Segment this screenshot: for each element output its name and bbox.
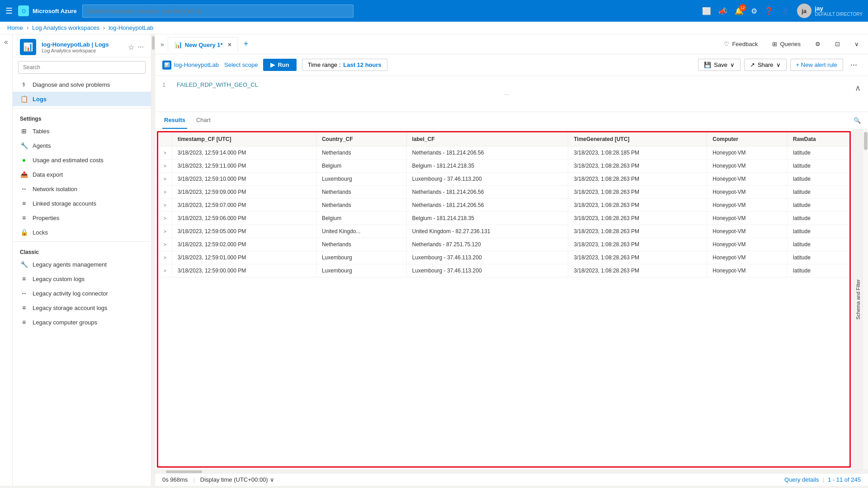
feedback-btn[interactable]: ♡ Feedback: [720, 39, 761, 49]
tab-close-btn[interactable]: ✕: [227, 42, 231, 48]
layout-btn[interactable]: ⊡: [831, 39, 844, 49]
settings-queries-btn[interactable]: ⚙: [811, 39, 824, 49]
sidebar-nav-item-legacy-activity[interactable]: ↔ Legacy activity log connector: [13, 286, 151, 300]
ellipsis-icon[interactable]: ···: [138, 43, 144, 51]
expand-icon[interactable]: >: [164, 177, 166, 182]
sidebar-nav-item-network[interactable]: ↔ Network isolation: [13, 182, 151, 196]
row-expand-cell[interactable]: >: [158, 251, 172, 264]
table-row[interactable]: > 3/18/2023, 12:59:05.000 PM United King…: [158, 225, 849, 238]
sidebar-nav-item-usage[interactable]: ● Usage and estimated costs: [13, 153, 151, 167]
sidebar-nav-item-storage[interactable]: ≡ Linked storage accounts: [13, 196, 151, 211]
row-expand-cell[interactable]: >: [158, 264, 172, 277]
table-row[interactable]: > 3/18/2023, 12:59:07.000 PM Netherlands…: [158, 199, 849, 212]
sidebar-nav-item-logs[interactable]: 📋 Logs: [13, 92, 151, 106]
expand-arrows-icon[interactable]: »: [160, 41, 164, 48]
table-row[interactable]: > 3/18/2023, 12:59:11.000 PM Belgium Bel…: [158, 160, 849, 173]
expand-icon[interactable]: >: [164, 164, 166, 169]
expand-icon[interactable]: >: [164, 255, 166, 260]
cloud-shell-icon[interactable]: ⬜: [702, 7, 711, 15]
table-row[interactable]: > 3/18/2023, 12:59:00.000 PM Luxembourg …: [158, 264, 849, 277]
more-options-btn[interactable]: ···: [847, 58, 861, 72]
expand-icon[interactable]: >: [164, 268, 166, 273]
time-range-btn[interactable]: Time range : Last 12 hours: [302, 59, 387, 71]
run-button[interactable]: ▶ Run: [263, 59, 296, 71]
notifications-icon[interactable]: 🔔 12: [735, 7, 744, 15]
sidebar-nav-item-properties[interactable]: ≡ Properties: [13, 211, 151, 225]
results-tab-results[interactable]: Results: [162, 112, 187, 129]
horizontal-scroll-thumb[interactable]: [166, 470, 202, 473]
row-expand-cell[interactable]: >: [158, 238, 172, 251]
expand-icon[interactable]: >: [164, 190, 166, 195]
select-scope-btn[interactable]: Select scope: [224, 61, 258, 68]
row-expand-cell[interactable]: >: [158, 225, 172, 238]
sidebar-nav-item-agents[interactable]: 🔧 Agents: [13, 138, 151, 153]
row-label: United Kingdom - 82.27.236.131: [406, 225, 568, 238]
hamburger-menu[interactable]: ☰: [5, 6, 13, 16]
sidebar-nav-item-tables[interactable]: ⊞ Tables: [13, 124, 151, 138]
vertical-scroll-thumb[interactable]: [864, 132, 868, 150]
vertical-scrollbar[interactable]: [863, 129, 868, 469]
row-expand-cell[interactable]: >: [158, 173, 172, 186]
queries-btn[interactable]: ⊞ Queries: [769, 39, 804, 49]
sidebar-expand-btn[interactable]: «: [0, 34, 13, 486]
expand-icon[interactable]: >: [164, 203, 166, 208]
table-row[interactable]: > 3/18/2023, 12:59:06.000 PM Belgium Bel…: [158, 212, 849, 225]
new-alert-btn[interactable]: + New alert rule: [790, 59, 843, 71]
horizontal-scrollbar[interactable]: [155, 469, 868, 473]
row-expand-cell[interactable]: >: [158, 186, 172, 199]
row-expand-cell[interactable]: >: [158, 212, 172, 225]
table-row[interactable]: > 3/18/2023, 12:59:01.000 PM Luxembourg …: [158, 251, 849, 264]
table-row[interactable]: > 3/18/2023, 12:59:02.000 PM Netherlands…: [158, 238, 849, 251]
table-row[interactable]: > 3/18/2023, 12:59:09.000 PM Netherlands…: [158, 186, 849, 199]
expand-icon[interactable]: >: [164, 229, 166, 234]
editor-content[interactable]: 1 FAILED_RDP_WITH_GEO_CL ···: [162, 81, 851, 106]
sidebar-nav-item-diagnose[interactable]: ⚕ Diagnose and solve problems: [13, 77, 151, 92]
help-icon[interactable]: ❓: [764, 7, 774, 15]
expand-icon[interactable]: >: [164, 242, 166, 247]
sidebar-scroll-thumb[interactable]: [152, 36, 155, 50]
row-country: Luxembourg: [316, 264, 406, 277]
row-expand-cell[interactable]: >: [158, 160, 172, 173]
sidebar-nav-item-legacy-custom[interactable]: ≡ Legacy custom logs: [13, 272, 151, 286]
save-btn[interactable]: 💾 Save ∨: [698, 59, 741, 71]
sidebar-nav-item-legacy-groups[interactable]: ≡ Legacy computer groups: [13, 315, 151, 329]
results-tab-chart[interactable]: Chart: [194, 112, 212, 129]
tabs-right: ♡ Feedback ⊞ Queries ⚙ ⊡ ∨: [720, 39, 863, 49]
breadcrumb-workspaces[interactable]: Log Analytics workspaces: [32, 24, 99, 31]
share-btn[interactable]: ↗ Share ∨: [744, 59, 787, 71]
expand-icon[interactable]: >: [164, 150, 166, 155]
row-expand-cell[interactable]: >: [158, 146, 172, 160]
settings-icon[interactable]: ⚙: [751, 7, 757, 15]
tables-icon: ⊞: [20, 127, 28, 135]
workspace-selector[interactable]: 📊 log-HoneypotLab: [162, 61, 219, 70]
row-timestamp: 3/18/2023, 12:59:11.000 PM: [172, 160, 316, 173]
results-search-icon[interactable]: 🔍: [854, 117, 861, 124]
breadcrumb-home[interactable]: Home: [7, 24, 23, 31]
table-row[interactable]: > 3/18/2023, 12:59:10.000 PM Luxembourg …: [158, 173, 849, 186]
feedback-topbar-icon[interactable]: 📣: [718, 7, 727, 15]
new-alert-label: + New alert rule: [796, 61, 837, 68]
query-tab-1[interactable]: 📊 New Query 1* ✕: [168, 37, 238, 52]
breadcrumb-current[interactable]: log-HoneypotLab: [108, 24, 153, 31]
global-search-input[interactable]: [82, 5, 354, 18]
tab-add-btn[interactable]: +: [240, 38, 252, 51]
user-account[interactable]: ja jay DEFAULT DIRECTORY: [797, 4, 863, 18]
chevron-down-icon: ∨: [854, 41, 859, 47]
toolbar-right: 💾 Save ∨ ↗ Share ∨ + New alert rule ···: [698, 58, 861, 72]
query-text[interactable]: FAILED_RDP_WITH_GEO_CL: [177, 81, 258, 88]
schema-filter-sidebar[interactable]: Schema and Filter: [853, 129, 863, 469]
table-row[interactable]: > 3/18/2023, 12:59:14.000 PM Netherlands…: [158, 146, 849, 160]
tabs-chevron-btn[interactable]: ∨: [851, 39, 863, 49]
sidebar-nav-item-locks[interactable]: 🔒 Locks: [13, 225, 151, 239]
query-details-link[interactable]: Query details: [784, 476, 819, 483]
sidebar-nav-item-legacy-storage[interactable]: ≡ Legacy storage account logs: [13, 300, 151, 315]
display-time-selector[interactable]: Display time (UTC+00:00) ∨: [200, 476, 274, 483]
user-profile-icon[interactable]: 👤: [781, 7, 790, 15]
row-expand-cell[interactable]: >: [158, 199, 172, 212]
collapse-editor-icon[interactable]: ∧: [855, 83, 861, 93]
expand-icon[interactable]: >: [164, 216, 166, 221]
sidebar-nav-item-export[interactable]: 📤 Data export: [13, 167, 151, 182]
sidebar-search-input[interactable]: [18, 61, 146, 74]
favorite-icon[interactable]: ☆: [128, 43, 134, 52]
sidebar-nav-item-legacy-agents[interactable]: 🔧 Legacy agents management: [13, 257, 151, 272]
